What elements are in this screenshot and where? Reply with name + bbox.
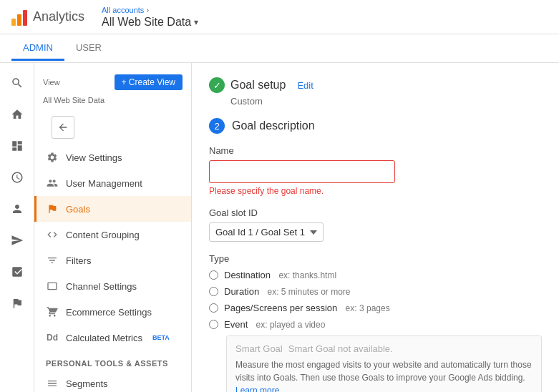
radio-pages-input[interactable]	[209, 303, 218, 313]
goal-slot-label: Goal slot ID	[209, 207, 542, 218]
goal-slot-form-group: Goal slot ID Goal Id 1 / Goal Set 1	[209, 207, 542, 242]
sidebar-item-label: User Management	[66, 178, 142, 189]
segments-icon	[46, 377, 59, 390]
create-view-button[interactable]: + Create View	[115, 74, 183, 90]
goals-icon	[46, 202, 59, 215]
ecommerce-icon	[46, 305, 59, 318]
logo-bar-2	[17, 14, 21, 26]
radio-event-label: Event	[224, 319, 248, 330]
channel-settings-icon	[46, 280, 59, 293]
nav-audience[interactable]	[3, 195, 31, 223]
sidebar-item-segments[interactable]: Segments	[34, 371, 191, 392]
goal-description-header: 2 Goal description	[209, 118, 542, 134]
dropdown-arrow-icon[interactable]: ▾	[194, 17, 198, 27]
type-label: Type	[209, 253, 542, 264]
nav-acquisition[interactable]	[3, 226, 31, 255]
sidebar-item-label: View Settings	[66, 152, 122, 163]
sidebar-item-content-grouping[interactable]: Content Grouping	[34, 222, 191, 248]
sidebar-item-label: Content Grouping	[66, 230, 140, 240]
name-input[interactable]	[209, 160, 395, 183]
breadcrumb-top: All accounts ›	[102, 6, 198, 14]
user-management-icon	[46, 177, 59, 190]
app-logo: Analytics	[11, 9, 84, 26]
goal-setup-header: ✓ Goal setup Edit	[209, 77, 542, 93]
sidebar-item-filters[interactable]: Filters	[34, 248, 191, 273]
sidebar-item-label: Ecommerce Settings	[66, 307, 152, 318]
nav-home[interactable]	[3, 100, 31, 129]
filters-icon	[46, 254, 59, 267]
goal-setup-title: Goal setup	[230, 79, 286, 92]
tab-user[interactable]: USER	[64, 36, 113, 61]
top-header: Analytics All accounts › All Web Site Da…	[0, 0, 559, 34]
radio-group: Destination ex: thanks.html Duration ex:…	[209, 270, 542, 330]
app-title: Analytics	[33, 9, 84, 24]
sidebar: View + Create View All Web Site Data Vie…	[34, 63, 192, 392]
radio-pages-hint: ex: 3 pages	[343, 303, 389, 313]
section-number-2: 2	[209, 118, 225, 134]
sidebar-item-label: Calculated Metrics	[66, 333, 142, 343]
smart-goal-title: Smart Goal Smart Goal not available.	[235, 343, 533, 354]
main-content: ✓ Goal setup Edit Custom 2 Goal descript…	[192, 63, 559, 392]
section-title: Goal description	[232, 119, 315, 132]
sidebar-item-label: Goals	[66, 204, 90, 215]
name-label: Name	[209, 145, 542, 156]
name-form-group: Name Please specify the goal name.	[209, 145, 542, 196]
radio-destination-hint: ex: thanks.html	[276, 270, 336, 280]
view-settings-icon	[46, 151, 59, 164]
nav-search[interactable]	[3, 69, 31, 97]
nav-flag[interactable]	[3, 289, 31, 318]
breadcrumb-main[interactable]: All Web Site Data ▾	[102, 16, 198, 29]
logo-bar-3	[23, 10, 27, 26]
nav-tabs: ADMIN USER	[0, 34, 559, 63]
radio-pages-label: Pages/Screens per session	[224, 303, 337, 313]
learn-more-link[interactable]: Learn more	[235, 386, 279, 392]
radio-event-input[interactable]	[209, 320, 218, 329]
name-error: Please specify the goal name.	[209, 186, 542, 196]
logo-bar-1	[11, 19, 16, 26]
radio-duration-label: Duration	[224, 286, 259, 297]
check-icon: ✓	[209, 77, 225, 93]
radio-duration[interactable]: Duration ex: 5 minutes or more	[209, 286, 542, 297]
goal-slot-select[interactable]: Goal Id 1 / Goal Set 1	[209, 222, 324, 242]
sidebar-header: View + Create View	[34, 69, 191, 96]
radio-duration-input[interactable]	[209, 287, 218, 296]
nav-realtime[interactable]	[3, 163, 31, 192]
sidebar-subtitle: All Web Site Data	[34, 96, 191, 110]
back-button[interactable]	[52, 116, 74, 139]
sidebar-item-ecommerce[interactable]: Ecommerce Settings	[34, 299, 191, 325]
sidebar-item-user-management[interactable]: User Management	[34, 170, 191, 196]
logo-bars	[11, 9, 27, 26]
radio-destination[interactable]: Destination ex: thanks.html	[209, 270, 542, 280]
radio-duration-hint: ex: 5 minutes or more	[265, 287, 350, 297]
sidebar-item-label: Segments	[66, 378, 108, 389]
sidebar-view-label: View	[43, 78, 60, 87]
sidebar-item-channel-settings[interactable]: Channel Settings	[34, 273, 191, 299]
sidebar-item-goals[interactable]: Goals	[34, 196, 191, 222]
radio-event-hint: ex: played a video	[253, 320, 325, 330]
main-layout: View + Create View All Web Site Data Vie…	[0, 63, 559, 392]
calculated-metrics-icon: Dd	[46, 331, 59, 344]
nav-conversions[interactable]	[3, 258, 31, 286]
tab-admin[interactable]: ADMIN	[11, 36, 64, 61]
edit-link[interactable]: Edit	[297, 80, 313, 91]
content-grouping-icon	[46, 228, 59, 241]
type-section: Type Destination ex: thanks.html Duratio…	[209, 253, 542, 392]
personal-tools-title: PERSONAL TOOLS & ASSETS	[34, 351, 191, 371]
breadcrumb: All accounts › All Web Site Data ▾	[102, 6, 198, 29]
smart-goal-desc: Measure the most engaged visits to your …	[235, 358, 533, 392]
sidebar-item-view-settings[interactable]: View Settings	[34, 144, 191, 170]
radio-pages[interactable]: Pages/Screens per session ex: 3 pages	[209, 303, 542, 313]
sidebar-item-calculated-metrics[interactable]: Dd Calculated Metrics BETA	[34, 325, 191, 351]
nav-dashboard[interactable]	[3, 132, 31, 160]
radio-destination-input[interactable]	[209, 270, 218, 280]
radio-destination-label: Destination	[224, 270, 271, 280]
goal-setup-subtitle: Custom	[230, 96, 542, 107]
radio-event[interactable]: Event ex: played a video	[209, 319, 542, 330]
all-accounts-link[interactable]: All accounts	[102, 6, 144, 14]
icon-nav	[0, 63, 34, 392]
smart-goal-box: Smart Goal Smart Goal not available. Mea…	[226, 335, 542, 392]
sidebar-item-label: Channel Settings	[66, 281, 137, 292]
sidebar-item-label: Filters	[66, 255, 91, 266]
beta-badge: BETA	[152, 334, 170, 341]
